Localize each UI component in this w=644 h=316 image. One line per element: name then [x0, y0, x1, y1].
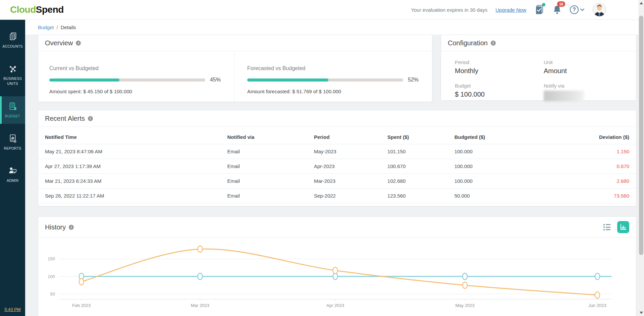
breadcrumb-separator: /: [57, 24, 58, 30]
configuration-card: Configuration i Period Monthly Unit Amou…: [441, 35, 636, 101]
bar-chart-icon: [620, 224, 627, 230]
overview-title: Overview: [45, 39, 73, 47]
current-progress-percent: 45%: [210, 77, 221, 83]
scrollbar-down-arrow[interactable]: [640, 312, 643, 314]
chevron-down-icon: [580, 8, 584, 11]
logo-part-spend: Spend: [36, 4, 64, 15]
sidebar-item-accounts[interactable]: ACCOUNTS: [0, 27, 25, 54]
info-icon[interactable]: i: [88, 116, 93, 121]
logo-part-cloud: Cloud: [10, 4, 36, 15]
history-title: History: [45, 223, 66, 231]
overview-card: Overview i Current vs Budgeted 45% Amoun…: [38, 35, 432, 102]
recent-alerts-title: Recent Alerts: [45, 115, 85, 122]
svg-text:50: 50: [50, 292, 55, 297]
recent-alerts-table: Notified Time Notified via Period Spent …: [38, 129, 636, 203]
scrollbar-thumb[interactable]: [639, 16, 643, 255]
svg-text:150: 150: [48, 256, 55, 261]
svg-text:Mar 2023: Mar 2023: [191, 303, 209, 308]
history-chart-area: 50100150Feb 2023Mar 2023Apr 2023May 2023…: [38, 238, 636, 314]
cloudspend-logo[interactable]: CloudSpend: [10, 4, 64, 15]
config-field-unit: Unit Amount: [544, 59, 633, 75]
config-field-budget: Budget $ 100.000: [455, 83, 544, 101]
table-row[interactable]: Mar 21, 2023 6:24:33 AM Email Mar-2023 1…: [38, 174, 636, 189]
history-chart[interactable]: 50100150Feb 2023Mar 2023Apr 2023May 2023…: [41, 242, 614, 313]
configuration-title: Configuration: [448, 39, 488, 47]
notifications-bell-icon[interactable]: 18: [552, 4, 562, 15]
scrollbar-up-arrow[interactable]: [640, 2, 643, 4]
svg-text:May 2023: May 2023: [455, 303, 475, 308]
svg-text:100: 100: [48, 274, 55, 279]
forecasted-vs-budgeted-metric: Forecasted vs Budgeted 52% Amount foreca…: [234, 51, 432, 103]
svg-text:Jun 2023: Jun 2023: [588, 303, 606, 308]
table-row[interactable]: Apr 27, 2023 1:17:39 AM Email Apr-2023 1…: [38, 159, 636, 174]
main-content: Budget / Details Overview i Current vs B: [25, 20, 644, 316]
sidebar: ACCOUNTS BUSINESS UNITS: [0, 20, 25, 316]
current-progress-bar: [49, 78, 205, 82]
recent-alerts-card: Recent Alerts i Notified Time Notified v…: [38, 110, 636, 206]
table-header-row: Notified Time Notified via Period Spent …: [38, 129, 636, 144]
clock-time[interactable]: 5:43 PM: [0, 307, 25, 312]
sidebar-item-admin[interactable]: ADMIN: [0, 161, 25, 188]
history-card: History i: [38, 216, 636, 316]
help-icon[interactable]: ?: [570, 5, 584, 14]
amount-forecasted-caption: Amount forecasted: $ 51.769 of $ 100.000: [247, 89, 419, 94]
chart-view-toggle[interactable]: [617, 221, 629, 233]
list-view-toggle[interactable]: [602, 223, 612, 232]
info-icon[interactable]: i: [76, 41, 81, 46]
info-icon[interactable]: i: [491, 41, 496, 46]
amount-spent-caption: Amount spent: $ 45.150 of $ 100.000: [49, 89, 221, 94]
config-field-period: Period Monthly: [455, 59, 544, 75]
sidebar-item-business-units[interactable]: BUSINESS UNITS: [0, 59, 25, 91]
admin-icon: [8, 166, 18, 176]
budget-icon: [8, 101, 18, 111]
config-field-notify-via: Notify via: [544, 83, 633, 101]
svg-text:Feb 2023: Feb 2023: [72, 303, 91, 308]
business-units-icon: [8, 64, 18, 74]
breadcrumb: Budget / Details: [25, 20, 644, 35]
tasks-icon[interactable]: [534, 4, 544, 15]
svg-text:Apr 2023: Apr 2023: [326, 303, 344, 308]
forecast-progress-bar: [247, 78, 403, 82]
app-window: CloudSpend Your evaluation expires in 30…: [0, 0, 644, 316]
top-bar: CloudSpend Your evaluation expires in 30…: [0, 0, 644, 20]
sidebar-item-reports[interactable]: REPORTS: [0, 128, 25, 156]
current-vs-budgeted-metric: Current vs Budgeted 45% Amount spent: $ …: [38, 51, 234, 103]
breadcrumb-current: Details: [61, 24, 76, 30]
forecast-progress-percent: 52%: [408, 77, 419, 83]
redacted-notify-value: [544, 91, 584, 101]
notification-count-badge: 18: [557, 1, 565, 7]
reports-icon: [8, 134, 18, 144]
upgrade-now-link[interactable]: Upgrade Now: [495, 7, 526, 13]
info-icon[interactable]: i: [69, 225, 74, 230]
table-row[interactable]: May 21, 2023 8:47:06 AM Email May-2023 1…: [38, 144, 636, 159]
breadcrumb-budget-link[interactable]: Budget: [38, 24, 54, 30]
evaluation-notice: Your evaluation expires in 30 days: [411, 7, 487, 13]
table-row[interactable]: Sep 26, 2022 11:22:17 AM Email Sep-2022 …: [38, 189, 636, 203]
page-scrollbar[interactable]: [638, 0, 644, 316]
apps-grid-icon[interactable]: [614, 5, 625, 15]
user-avatar[interactable]: [592, 3, 606, 17]
sidebar-item-budget[interactable]: BUDGET: [0, 96, 25, 124]
tasks-status-dot: [542, 3, 545, 6]
accounts-icon: [8, 32, 18, 42]
